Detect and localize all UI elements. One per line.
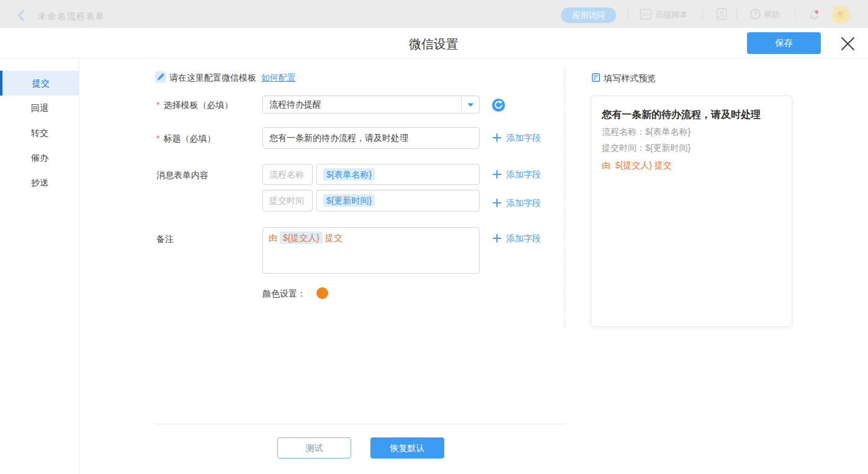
svg-text:?: ? bbox=[754, 10, 758, 17]
